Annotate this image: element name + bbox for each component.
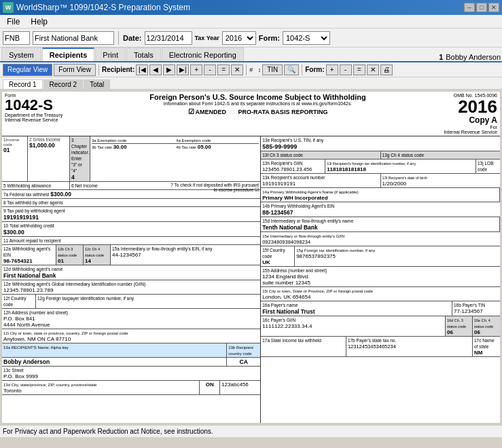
field7a-label: 7a Federal tax withheld (3, 192, 49, 197)
field12e-label: 12e Withholding agent's Global Intermedi… (3, 282, 145, 286)
field14b-value: 88-1234567 (262, 209, 499, 216)
field16d-label: 16d Ch. 3 status code (447, 318, 466, 329)
field12g-label: 12g Foreign taxpayer identification numb… (37, 296, 134, 301)
field12a-label: 12a Withholding agent's EIN (3, 246, 50, 257)
field16a-label: 16a Payer's name (262, 303, 298, 307)
nav-next-btn[interactable]: ▶ (163, 64, 175, 75)
tax-year-select[interactable]: 2016 2015 (222, 31, 256, 45)
field15g-value: 9876537892375 (296, 253, 499, 259)
form-add-btn[interactable]: + (326, 64, 338, 75)
field13e-label: 13e Recipient's U.S. TIN, if any (262, 138, 323, 143)
field13h-value: 123456.78901.23.456 (262, 166, 323, 172)
field5-label: 5 Withholding allowance (3, 183, 51, 188)
nav-first-btn[interactable]: |◀ (136, 64, 148, 75)
nav-last-btn[interactable]: ▶| (177, 64, 189, 75)
field12a-value: 98-7654321 (3, 258, 54, 264)
tab-recipients[interactable]: Recipients (42, 48, 95, 61)
dept1: Department of the Treasury (5, 113, 79, 117)
field17c-value: NM (474, 350, 499, 356)
field15a-label-left: 15a Intermediary or flow-through entity'… (112, 246, 213, 251)
field13g-label: 13g Ch 4 status code (382, 153, 424, 157)
nav-cancel-btn[interactable]: ✕ (231, 64, 243, 75)
field13b-label: 13b Recipient country code (228, 346, 253, 356)
copy-label: Copy A (436, 115, 497, 125)
tin2-btn[interactable]: 🔍 (284, 64, 299, 75)
field16e-label: 16e Ch. 4 status code (474, 318, 493, 329)
field14b-label: 14b Primary Withholding Agent's EIN (262, 204, 334, 208)
field9-label: 9 Tax paid by withholding agent (3, 208, 65, 213)
field17a-label: 17a State income tax withheld (262, 338, 321, 343)
close-button[interactable]: ✕ (488, 3, 499, 12)
record-tab-1[interactable]: Record 1 (3, 79, 43, 89)
field17c-label: 17c Name of state (474, 338, 495, 349)
field2-label: 2 Gross Income (29, 137, 68, 142)
field13k-label: 13k Recipient's account number (262, 175, 325, 180)
field15d-label: 15d Intermediary or flow-through entity'… (262, 219, 353, 223)
bank-name-input[interactable] (33, 31, 114, 45)
nav-add-btn[interactable]: + (190, 64, 202, 75)
field15f-label: 15f Country code (262, 248, 285, 259)
tab-electronic[interactable]: Electronic Reporting (162, 48, 244, 61)
record-tab-total[interactable]: Total (84, 79, 110, 89)
regular-view-btn[interactable]: Regular View (3, 64, 52, 76)
tab-system[interactable]: System (1, 48, 41, 61)
record-tab-2[interactable]: Record 2 (43, 79, 84, 89)
main-tabs: System Recipients Print Totals Electroni… (0, 48, 502, 62)
field15e-value: 09234809384098234 (262, 239, 499, 245)
field12h-line1: P.O. Box 841 (3, 316, 259, 322)
nav-prev-btn[interactable]: ◀ (149, 64, 162, 75)
field1-value: 01 (3, 147, 26, 153)
field16c-value: 1111122.22333.34.4 (262, 323, 444, 329)
field15f-value: UK (262, 259, 293, 265)
form-select[interactable]: 1042-S 1099 (283, 31, 330, 45)
field14a-label: 14a Primary Withholding Agent's Name (if… (262, 190, 359, 194)
field15a-ein-left: 44-1234567 (112, 252, 259, 258)
title-bar: W WorldSharp™ 1099/1042-S Preparation Sy… (0, 0, 502, 15)
field12d-label: 12d Withholding agent's name (3, 267, 62, 272)
field13l-value: 1/20/2000 (382, 181, 499, 187)
form-view-btn[interactable]: Form View (54, 64, 96, 76)
copy-dest: Internal Revenue Service (436, 130, 497, 134)
menu-help[interactable]: Help (25, 16, 53, 28)
field13a-value: Bobby Anderson (3, 358, 50, 365)
field4a-label: 4a Exemption code (176, 138, 211, 143)
field13k-value: 19191919191 (262, 181, 378, 187)
menu-file[interactable]: File (1, 16, 25, 28)
form-main-title: Foreign Person's U.S. Source Income Subj… (82, 93, 433, 101)
field2-value: $1,000.00 (29, 142, 68, 149)
field3-label: 3 Chapter indicator. Enter "3" or "4" (71, 138, 89, 173)
form-print-btn[interactable]: 🖨 (380, 64, 393, 75)
form-cancel-btn[interactable]: ✕ (367, 64, 379, 75)
field1-label: 1Income code (3, 137, 26, 147)
tin-lookup-btn[interactable]: TIN (262, 64, 283, 75)
field12d-value: First National Bank (3, 272, 259, 279)
field13d-tin2: 123abc456 (221, 381, 249, 388)
field7a-value: $300.00 (50, 191, 71, 198)
nav-remove-btn[interactable]: - (204, 64, 216, 75)
field15i-label: 15i City or town, State or Province, ZIP… (262, 289, 373, 293)
app-title: WorldSharp™ 1099/1042-S Preparation Syst… (16, 3, 190, 12)
field17b-label: 17b Payer's state tax no. (348, 338, 396, 343)
bank-code-input[interactable] (3, 31, 30, 45)
field13d-province: ON (206, 381, 214, 388)
field11-label: 11 Amount repaid to recipient (3, 238, 61, 243)
tab-totals[interactable]: Totals (126, 48, 161, 61)
field12b-label: 12b Ch 3 status code (58, 247, 77, 257)
field13d-city: Toronto (3, 388, 198, 394)
minimize-button[interactable]: – (464, 3, 475, 12)
field15h-line1: 1234 England Blvd. (262, 274, 499, 280)
field16b-label: 16b Payer's TIN (454, 303, 485, 307)
field12h-label: 12h Address (number and street) (3, 310, 68, 315)
form-edit-btn[interactable]: = (353, 64, 365, 75)
field13c-value: P.O. Box 9999 (3, 373, 259, 379)
field13a-label: 13a RECIPIENT'S Name: Alpha key (3, 346, 69, 350)
nav-edit-btn[interactable]: = (217, 64, 230, 75)
form-label2: Form: (305, 66, 324, 73)
tab-print[interactable]: Print (95, 48, 126, 61)
tax-year-label: Tax Year (195, 35, 219, 41)
date-input[interactable] (145, 31, 192, 45)
field9-tin: 19191919191 (3, 214, 259, 221)
maximize-button[interactable]: □ (476, 3, 487, 12)
form-remove-btn[interactable]: - (340, 64, 352, 75)
amended-label: AMENDED (196, 109, 227, 115)
